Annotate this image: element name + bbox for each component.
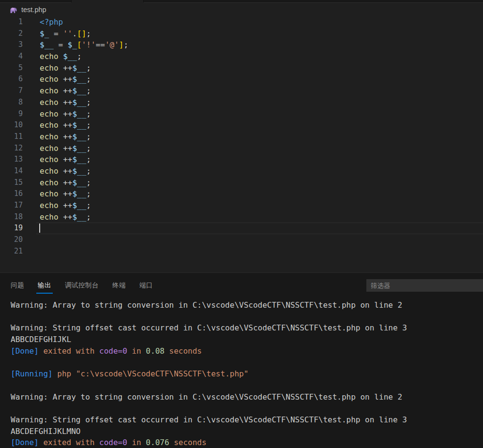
code-token: ;	[86, 144, 91, 153]
code-token: ;	[86, 63, 91, 73]
output-line: [Running] php "c:\vscode\VScodeCTF\NSSCT…	[11, 368, 483, 380]
output-line: ABBCDEFGHIJKL	[11, 334, 483, 345]
code-token: ++	[63, 144, 72, 153]
code-line[interactable]: 20	[0, 234, 483, 246]
line-number: 20	[0, 234, 23, 246]
output-segment: in	[127, 438, 146, 447]
code-line[interactable]: 7echo ++$__;	[0, 85, 483, 97]
code-line-content: echo $__;	[36, 51, 483, 62]
code-token: ;	[86, 98, 91, 107]
output-segment: php	[53, 369, 76, 378]
line-number: 13	[0, 154, 23, 165]
code-editor[interactable]: 1<?php2$_ = ''.[];3$__ = $_['!'=='@'];4e…	[0, 16, 483, 272]
code-line[interactable]: 6echo ++$__;	[0, 74, 483, 85]
editor-lines: 1<?php2$_ = ''.[];3$__ = $_['!'=='@'];4e…	[0, 16, 483, 257]
code-line-content: echo ++$__;	[36, 62, 483, 74]
code-token: ++	[63, 189, 72, 198]
code-token: ;	[86, 155, 91, 164]
code-token: $__	[72, 75, 86, 84]
code-line[interactable]: 21	[0, 246, 483, 257]
output-line	[11, 380, 483, 391]
code-token: echo	[40, 98, 63, 107]
code-line[interactable]: 15echo ++$__;	[0, 177, 483, 189]
line-number: 14	[0, 165, 23, 177]
output-line: Warning: Array to string conversion in C…	[11, 299, 483, 311]
code-line[interactable]: 10echo ++$__;	[0, 119, 483, 131]
output-line: [Done] exited with code=0 in 0.08 second…	[11, 345, 483, 357]
output-segment: 0.08	[146, 346, 165, 356]
code-line[interactable]: 4echo $__;	[0, 51, 483, 62]
code-line[interactable]: 8echo ++$__;	[0, 97, 483, 108]
code-token: echo	[40, 155, 63, 164]
code-line-content	[36, 234, 483, 246]
code-line[interactable]: 17echo ++$__;	[0, 200, 483, 211]
panel-tab-0[interactable]: 问题	[11, 281, 24, 290]
code-line-content: echo ++$__;	[36, 211, 483, 223]
breadcrumb-file-name[interactable]: test.php	[21, 6, 46, 14]
line-number: 1	[0, 16, 23, 28]
code-line[interactable]: 19	[0, 223, 483, 234]
code-token: ;	[123, 40, 128, 49]
code-line[interactable]: 2$_ = ''.[];	[0, 28, 483, 40]
code-line[interactable]: 1<?php	[0, 16, 483, 28]
code-line[interactable]: 11echo ++$__;	[0, 131, 483, 143]
code-token: ++	[63, 178, 72, 187]
code-token: $__	[72, 144, 86, 153]
code-token: ;	[86, 132, 91, 141]
line-number: 6	[0, 74, 23, 85]
code-line[interactable]: 5echo ++$__;	[0, 62, 483, 74]
code-token: ;	[86, 86, 91, 95]
line-number: 10	[0, 119, 23, 131]
line-number: 11	[0, 131, 23, 143]
code-token: $__	[72, 201, 86, 210]
code-line-content: echo ++$__;	[36, 165, 483, 177]
output-segment: [Running]	[11, 369, 53, 378]
code-line-content: echo ++$__;	[36, 177, 483, 189]
line-number: 21	[0, 246, 23, 257]
output-segment: code=0	[99, 346, 127, 356]
code-token: echo	[40, 52, 63, 61]
code-line-content: echo ++$__;	[36, 154, 483, 165]
code-line-content: $_ = ''.[];	[36, 28, 483, 40]
code-line[interactable]: 14echo ++$__;	[0, 165, 483, 177]
code-line[interactable]: 16echo ++$__;	[0, 188, 483, 200]
code-token: ''	[63, 29, 72, 38]
code-token: ++	[63, 201, 72, 210]
panel-tab-2[interactable]: 调试控制台	[65, 281, 99, 290]
line-number: 17	[0, 200, 23, 211]
code-line[interactable]: 3$__ = $_['!'=='@'];	[0, 39, 483, 51]
panel-tab-1[interactable]: 输出	[38, 281, 51, 290]
code-line[interactable]: 12echo ++$__;	[0, 143, 483, 154]
output-line: Warning: Array to string conversion in C…	[11, 391, 483, 403]
code-token: echo	[40, 144, 63, 153]
code-token: $__	[72, 98, 86, 107]
code-token: $__	[72, 178, 86, 187]
code-line-content: $__ = $_['!'=='@'];	[36, 39, 483, 51]
code-token: ++	[63, 166, 72, 176]
code-token: $__	[72, 166, 86, 176]
line-number: 4	[0, 51, 23, 62]
output-segment: [Done]	[11, 438, 39, 447]
code-token: echo	[40, 189, 63, 198]
line-number: 16	[0, 188, 23, 200]
code-line[interactable]: 9echo ++$__;	[0, 108, 483, 120]
php-elephant-icon	[9, 6, 18, 14]
code-token: ++	[63, 75, 72, 84]
line-number: 9	[0, 108, 23, 120]
code-line-content: echo ++$__;	[36, 74, 483, 85]
output-segment: [Done]	[11, 346, 39, 356]
code-line[interactable]: 13echo ++$__;	[0, 154, 483, 165]
output-segment: "c:\vscode\VScodeCTF\NSSCTF\test.php"	[76, 369, 248, 378]
code-token: $__	[72, 109, 86, 119]
panel-tab-3[interactable]: 终端	[112, 281, 126, 290]
output-log[interactable]: Warning: Array to string conversion in C…	[0, 298, 483, 448]
code-token: <?php	[40, 17, 63, 27]
active-tab-bottom	[72, 0, 143, 3]
panel-tab-4[interactable]: 端口	[139, 281, 153, 290]
code-line[interactable]: 18echo ++$__;	[0, 211, 483, 223]
output-line: [Done] exited with code=0 in 0.076 secon…	[11, 437, 483, 448]
output-segment: ABCDEFGHIJKLMNO	[11, 427, 81, 436]
line-number: 7	[0, 85, 23, 97]
output-filter-input[interactable]	[366, 279, 483, 292]
output-line: Warning: String offset cast occurred in …	[11, 414, 483, 426]
